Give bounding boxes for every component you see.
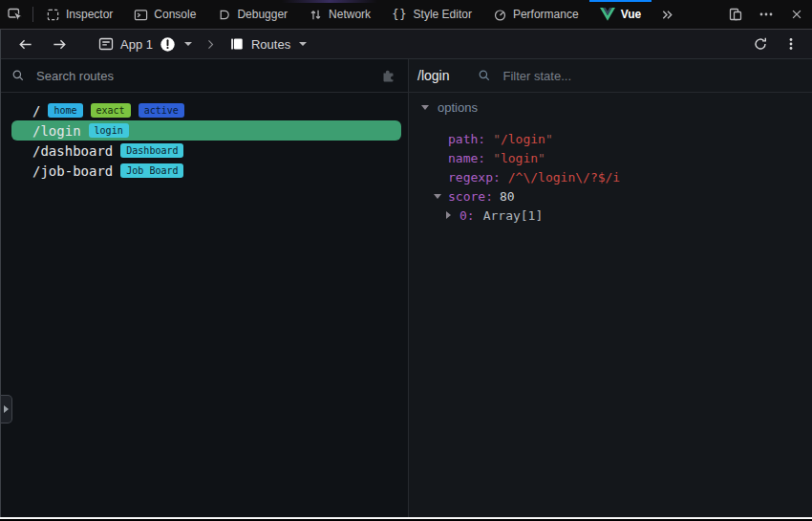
- responsive-design-mode-icon: [728, 7, 743, 22]
- tab-console[interactable]: Console: [123, 0, 206, 29]
- tab-label: Network: [329, 8, 371, 21]
- filter-state-input[interactable]: [501, 68, 801, 84]
- state-tree: options path: "/login" name: "login" reg…: [409, 93, 812, 225]
- plugin-puzzle-icon[interactable]: [381, 68, 396, 83]
- tree-key: 0:: [459, 208, 475, 223]
- tree-value-array: Array[1]: [483, 208, 544, 223]
- route-badge: login: [89, 123, 129, 138]
- network-updown-icon: [309, 8, 323, 22]
- kebab-menu-button[interactable]: [778, 30, 804, 58]
- vue-alert-badge-icon: [160, 36, 176, 53]
- tree-key: regexp:: [448, 170, 501, 185]
- route-path: /dashboard: [32, 143, 113, 159]
- performance-gauge-icon: [493, 8, 507, 22]
- tab-label: Style Editor: [414, 8, 472, 21]
- route-path: /: [32, 103, 40, 119]
- search-icon: [11, 69, 25, 82]
- history-back-button[interactable]: [8, 30, 42, 58]
- tree-row-score-0[interactable]: 0: Array[1]: [409, 206, 812, 225]
- pick-element-icon: [8, 7, 23, 22]
- inspector-icon: [46, 8, 60, 22]
- app-picker-label: App 1: [120, 37, 153, 52]
- route-row-home[interactable]: / home exact active: [11, 100, 401, 120]
- active-tab-indicator: [589, 0, 652, 2]
- tree-row-path: path: "/login": [409, 129, 812, 148]
- tab-label: Performance: [513, 8, 579, 21]
- tree-key: path:: [448, 132, 485, 146]
- debugger-icon: [217, 8, 231, 22]
- content-area: / home exact active /login login /dashbo…: [0, 59, 812, 517]
- refresh-button[interactable]: [743, 30, 778, 58]
- state-header-bar: /login: [409, 59, 812, 93]
- tab-style-editor[interactable]: {} Style Editor: [381, 0, 482, 29]
- tab-label: Console: [154, 8, 196, 21]
- route-row-login-selected[interactable]: /login login: [11, 120, 401, 141]
- vue-logo-icon: [600, 8, 615, 21]
- tab-performance[interactable]: Performance: [482, 0, 589, 29]
- routes-search-input[interactable]: [34, 68, 372, 84]
- route-badge: Dashboard: [120, 143, 183, 158]
- tree-row-name: name: "login": [409, 148, 812, 167]
- collapsed-arrow-icon[interactable]: [446, 211, 451, 219]
- breadcrumb-chevron-icon: [204, 38, 217, 51]
- chevron-down-icon: [299, 42, 307, 46]
- tree-key: score:: [448, 189, 493, 204]
- pick-element-button[interactable]: [0, 0, 31, 29]
- expand-arrow-icon[interactable]: [421, 105, 429, 110]
- route-path: /job-board: [32, 163, 113, 179]
- close-icon: [790, 8, 803, 21]
- meatball-menu-button[interactable]: [751, 0, 781, 29]
- refresh-icon: [753, 36, 768, 52]
- routes-panel: / home exact active /login login /dashbo…: [0, 59, 409, 517]
- tab-inspector[interactable]: Inspector: [35, 0, 123, 29]
- app-picker[interactable]: App 1: [90, 30, 201, 58]
- chevron-down-icon: [184, 42, 192, 46]
- expand-arrow-icon[interactable]: [434, 194, 441, 199]
- inspector-picker-label: Routes: [251, 37, 290, 52]
- route-path: /login: [32, 123, 81, 139]
- routes-search-bar: [0, 59, 408, 93]
- double-chevron-icon: [660, 8, 674, 22]
- tree-value-regexp: /^\/login\/?$/i: [508, 170, 620, 185]
- tab-label: Debugger: [237, 8, 288, 21]
- route-badge: exact: [91, 103, 131, 118]
- tree-value-number: 80: [500, 189, 515, 204]
- history-forward-button[interactable]: [42, 30, 76, 58]
- meatball-menu-icon: [759, 7, 774, 22]
- tree-row-regexp: regexp: /^\/login\/?$/i: [409, 167, 812, 186]
- route-badge: active: [139, 103, 184, 118]
- arrow-left-icon: [17, 36, 33, 53]
- tree-node-options[interactable]: options: [409, 97, 812, 118]
- routes-list: / home exact active /login login /dashbo…: [0, 93, 408, 181]
- devtools-window: Inspector Console Debugger: [0, 0, 812, 521]
- tree-row-score[interactable]: score: 80: [409, 186, 812, 206]
- console-icon: [134, 8, 148, 22]
- tabs-overflow-button[interactable]: [652, 0, 682, 29]
- inspector-picker-routes[interactable]: Routes: [221, 30, 315, 58]
- devtools-tabbar: Inspector Console Debugger: [0, 0, 812, 30]
- tab-network[interactable]: Network: [298, 0, 381, 29]
- tab-debugger[interactable]: Debugger: [206, 0, 298, 29]
- responsive-design-mode-button[interactable]: [720, 0, 751, 29]
- filter-search-icon: [478, 69, 491, 82]
- arrow-right-icon: [52, 36, 68, 53]
- route-row-job-board[interactable]: /job-board Job Board: [11, 161, 401, 181]
- app-list-icon: [98, 36, 114, 52]
- routes-book-icon: [229, 36, 245, 52]
- tab-label: Inspector: [66, 8, 113, 21]
- route-badge: home: [48, 103, 82, 118]
- tabbar-spacer: [682, 0, 720, 29]
- selected-route-title: /login: [417, 68, 449, 83]
- tab-vue[interactable]: Vue: [589, 0, 652, 29]
- kebab-menu-icon: [783, 36, 799, 52]
- tabbar-divider: [32, 7, 33, 22]
- tree-root-label: options: [438, 100, 478, 115]
- route-row-dashboard[interactable]: /dashboard Dashboard: [11, 141, 401, 161]
- style-editor-braces-icon: {}: [392, 8, 407, 21]
- vue-devtools-toolbar: App 1 Routes: [0, 30, 812, 59]
- route-badge: Job Board: [120, 163, 183, 178]
- sidebar-expand-handle[interactable]: [0, 395, 12, 423]
- tree-key: name:: [448, 151, 485, 165]
- chevron-right-icon: [4, 405, 9, 413]
- close-devtools-button[interactable]: [781, 0, 812, 29]
